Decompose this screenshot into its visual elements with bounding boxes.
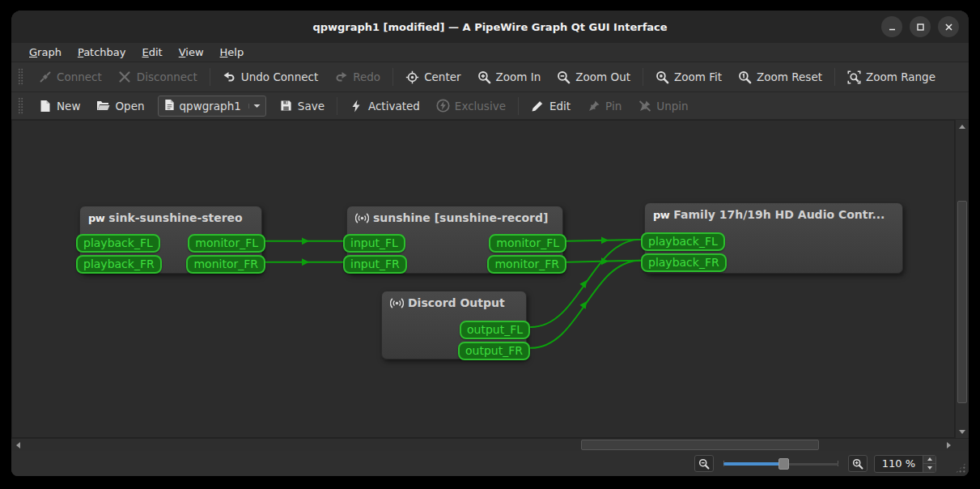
maximize-button[interactable] (910, 16, 931, 37)
exclusive-icon (436, 99, 450, 113)
port-playback-fl[interactable]: playback_FL (641, 232, 725, 251)
arrow-up-icon (959, 125, 965, 129)
node-title: Discord Output (382, 291, 526, 309)
wire-sunshine-fl-to-playback-fl (567, 240, 640, 241)
zoom-in-button[interactable]: Zoom In (469, 66, 549, 88)
zoom-fit-icon (655, 70, 669, 84)
horizontal-scroll-thumb[interactable] (581, 440, 819, 450)
main-toolbar: Connect Disconnect Undo Connect Redo Cen… (11, 62, 969, 92)
menu-help[interactable]: Help (212, 45, 252, 60)
port-monitor-fr[interactable]: monitor_FR (186, 255, 265, 274)
stream-icon (390, 297, 404, 309)
edit-button[interactable]: Edit (523, 95, 579, 117)
disconnect-button[interactable]: Disconnect (110, 66, 206, 88)
zoom-in-small-button[interactable] (848, 455, 868, 472)
save-button[interactable]: Save (271, 95, 333, 117)
port-input-fr[interactable]: input_FR (343, 255, 407, 274)
horizontal-scroll-track[interactable] (24, 439, 942, 451)
scroll-left-button[interactable] (11, 439, 24, 451)
node-discord-output[interactable]: Discord Output output_FL output_FR (381, 291, 527, 359)
patchbay-select-dropdown[interactable]: qpwgraph1 (158, 96, 266, 117)
graph-canvas[interactable]: pw sink-sunshine-stereo playback_FL play… (11, 120, 955, 438)
port-output-fl[interactable]: output_FL (460, 321, 530, 339)
node-family-hd-audio[interactable]: pw Family 17h/19h HD Audio Contr... play… (644, 202, 903, 274)
vertical-scroll-track[interactable] (956, 133, 969, 425)
port-monitor-fl[interactable]: monitor_FL (489, 234, 566, 253)
window-resize-grip[interactable] (955, 462, 966, 474)
horizontal-scrollbar[interactable] (11, 438, 969, 451)
menu-patchbay[interactable]: Patchbay (70, 45, 134, 60)
node-sunshine-record[interactable]: sunshine [sunshine-record] input_FL inpu… (346, 206, 563, 274)
scroll-up-button[interactable] (956, 120, 969, 133)
menu-graph[interactable]: Graph (21, 45, 70, 60)
port-playback-fl[interactable]: playback_FL (76, 234, 160, 253)
zoom-slider[interactable] (720, 457, 842, 471)
connect-button[interactable]: Connect (30, 66, 110, 88)
disconnect-icon (118, 70, 132, 84)
zoom-out-icon (698, 458, 710, 470)
toolbar-separator (392, 68, 393, 86)
spin-up-button[interactable] (923, 456, 935, 465)
port-playback-fr[interactable]: playback_FR (641, 253, 727, 272)
node-title: pw sink-sunshine-stereo (80, 206, 261, 224)
port-input-fl[interactable]: input_FL (343, 234, 405, 253)
port-monitor-fr[interactable]: monitor_FR (487, 255, 566, 274)
scroll-right-button[interactable] (942, 439, 955, 451)
arrow-down-icon (959, 430, 965, 434)
undo-connect-button[interactable]: Undo Connect (214, 66, 326, 88)
spin-down-button[interactable] (923, 464, 935, 472)
center-button[interactable]: Center (397, 66, 469, 88)
app-window: qpwgraph1 [modified] — A PipeWire Graph … (11, 11, 969, 476)
node-sink-sunshine-stereo[interactable]: pw sink-sunshine-stereo playback_FL play… (79, 206, 262, 274)
toolbar-separator (337, 97, 337, 115)
zoom-percent-spinbox[interactable]: 110 % (874, 455, 936, 473)
port-playback-fr[interactable]: playback_FR (76, 255, 162, 274)
zoom-out-button[interactable]: Zoom Out (549, 66, 638, 88)
activated-icon (350, 99, 363, 113)
new-button[interactable]: New (30, 95, 88, 117)
spinner-buttons (923, 456, 935, 472)
open-button[interactable]: Open (88, 95, 152, 117)
maximize-icon (916, 23, 925, 32)
toolbar-drag-handle[interactable] (18, 97, 23, 115)
arrow-right-icon (947, 442, 951, 449)
pipewire-icon: pw (88, 212, 104, 224)
minimize-button[interactable] (881, 16, 902, 37)
zoom-percent-value[interactable]: 110 % (875, 456, 923, 472)
scrollbar-corner (955, 439, 969, 451)
new-file-icon (38, 99, 52, 113)
unpin-button[interactable]: Unpin (630, 95, 696, 117)
patchbay-select-value: qpwgraph1 (180, 100, 241, 113)
port-output-fr[interactable]: output_FR (458, 342, 530, 360)
menu-view[interactable]: View (171, 45, 212, 60)
title-bar[interactable]: qpwgraph1 [modified] — A PipeWire Graph … (11, 11, 969, 43)
activated-button[interactable]: Activated (342, 95, 428, 117)
port-monitor-fl[interactable]: monitor_FL (188, 234, 265, 253)
zoom-range-icon (847, 70, 861, 84)
pin-button[interactable]: Pin (579, 95, 630, 117)
zoom-reset-icon (738, 70, 752, 84)
zoom-fit-button[interactable]: Zoom Fit (647, 66, 730, 88)
close-button[interactable] (938, 16, 959, 37)
zoom-out-small-button[interactable] (694, 455, 714, 472)
vertical-scroll-thumb[interactable] (957, 201, 967, 403)
exclusive-button[interactable]: Exclusive (428, 95, 514, 117)
undo-icon (223, 70, 236, 84)
menu-bar: Graph Patchbay Edit View Help (11, 43, 969, 62)
arrow-up-icon (927, 457, 932, 461)
vertical-scrollbar[interactable] (955, 120, 969, 438)
toolbar-drag-handle[interactable] (18, 68, 23, 86)
toolbar-separator (210, 68, 210, 86)
arrow-left-icon (16, 442, 20, 449)
redo-button[interactable]: Redo (326, 66, 388, 88)
menu-edit[interactable]: Edit (134, 45, 171, 60)
zoom-range-button[interactable]: Zoom Range (839, 66, 944, 88)
window-controls (881, 16, 959, 37)
zoom-reset-button[interactable]: Zoom Reset (730, 66, 830, 88)
edit-icon (531, 99, 545, 113)
center-icon (405, 70, 419, 84)
toolbar-separator (518, 97, 519, 115)
zoom-slider-handle[interactable] (778, 458, 789, 470)
arrow-down-icon (927, 466, 932, 470)
scroll-down-button[interactable] (956, 425, 969, 438)
